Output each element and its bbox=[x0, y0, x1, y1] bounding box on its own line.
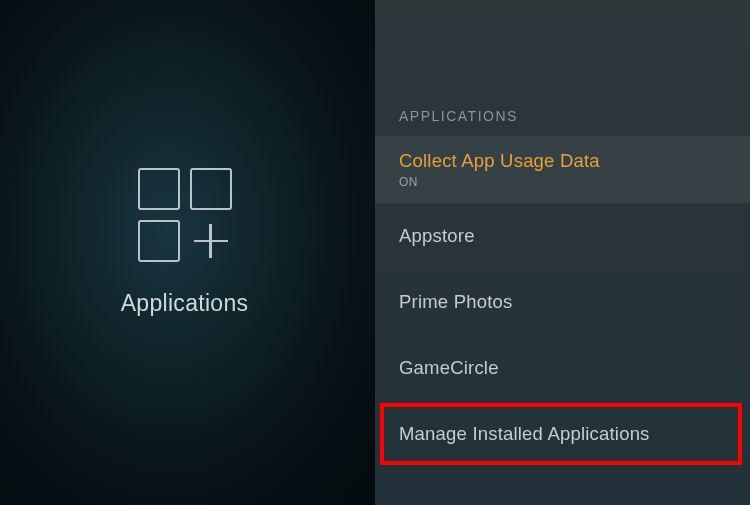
menu-item-title: Collect App Usage Data bbox=[399, 150, 726, 172]
menu-item-manage-installed-applications[interactable]: Manage Installed Applications bbox=[375, 401, 750, 467]
menu-item-title: Manage Installed Applications bbox=[399, 423, 726, 445]
menu-item-title: GameCircle bbox=[399, 357, 726, 379]
menu-item-collect-app-usage[interactable]: Collect App Usage Data ON bbox=[375, 136, 750, 203]
applications-icon bbox=[138, 168, 232, 262]
menu-item-gamecircle[interactable]: GameCircle bbox=[375, 335, 750, 401]
menu-item-prime-photos[interactable]: Prime Photos bbox=[375, 269, 750, 335]
apps-icon-square-tl bbox=[138, 168, 180, 210]
apps-icon-square-bl bbox=[138, 220, 180, 262]
section-header: APPLICATIONS bbox=[375, 108, 750, 124]
settings-menu-panel: APPLICATIONS Collect App Usage Data ON A… bbox=[375, 0, 750, 505]
left-detail-panel: Applications bbox=[0, 0, 375, 505]
menu-item-title: Prime Photos bbox=[399, 291, 726, 313]
menu-item-status: ON bbox=[399, 175, 726, 189]
category-title: Applications bbox=[121, 290, 249, 317]
plus-icon bbox=[190, 220, 232, 262]
menu-item-title: Appstore bbox=[399, 225, 726, 247]
apps-icon-square-tr bbox=[190, 168, 232, 210]
menu-item-appstore[interactable]: Appstore bbox=[375, 203, 750, 269]
